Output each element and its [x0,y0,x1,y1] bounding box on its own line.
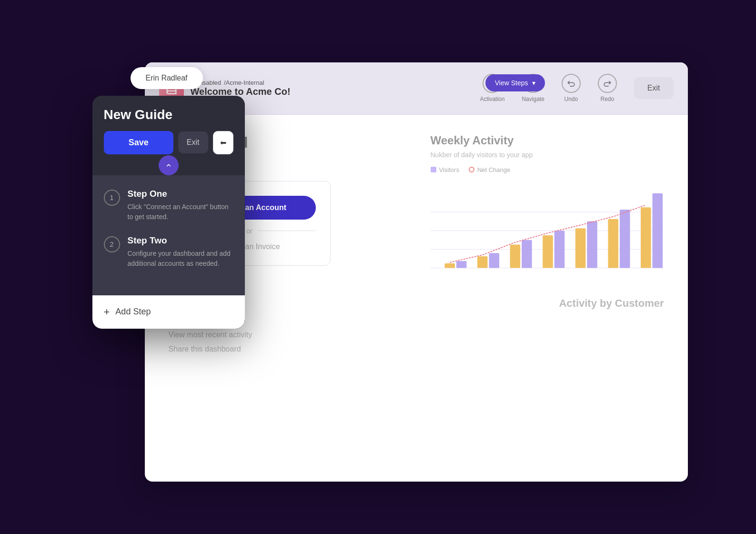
undo-icon [562,74,581,93]
chevron-up-button[interactable] [159,155,179,175]
exit-button[interactable]: Exit [634,77,674,99]
step-2-desc: Configure your dashboard and add additio… [128,249,233,269]
svg-rect-19 [554,231,564,268]
guide-collapse-button[interactable]: ⬅ [213,131,233,154]
legend-visitors-icon [431,167,436,172]
guide-buttons: Save Exit ⬅ [104,131,233,154]
guide-header: New Guide Save Exit ⬅ [92,96,245,162]
svg-rect-15 [641,207,651,268]
action-link-4[interactable]: Share this dashboard [169,345,402,353]
action-link-3[interactable]: View most recent activity [169,331,402,339]
add-step-label: Add Step [115,307,151,317]
toolbar-title-block: Disabled /Acme-Internal Welcome to Acme … [191,79,291,97]
step-2: 2 Step Two Configure your dashboard and … [104,235,233,269]
svg-rect-17 [489,253,499,268]
chart-svg [431,183,664,288]
undo-label: Undo [564,96,578,102]
guide-title: New Guide [104,107,233,122]
guide-save-button[interactable]: Save [104,131,173,154]
svg-rect-16 [456,261,466,268]
path-text: /Acme-Internal [224,79,264,86]
step-2-title: Step Two [128,235,233,246]
svg-rect-20 [587,221,597,268]
activation-label: Activation [480,96,504,102]
redo-icon [598,74,617,93]
svg-rect-21 [619,210,630,268]
user-pill: Erin Radleaf [131,67,203,89]
view-steps-bar: View Steps ▾ [485,74,545,91]
view-steps-label: View Steps [495,79,528,87]
guide-exit-button[interactable]: Exit [178,131,208,153]
chevron-down-icon: ▾ [532,79,535,87]
step-1-content: Step One Click "Connect an Account" butt… [128,189,233,222]
svg-rect-13 [575,228,585,268]
undo-action[interactable]: Undo [562,74,581,102]
header-steps-separator [92,162,245,175]
legend-visitors-label: Visitors [439,166,459,173]
legend-net-change-label: Net Change [477,166,510,173]
weekly-activity-subtitle: Nukber of daily visitors to your app [431,151,664,159]
guide-panel: New Guide Save Exit ⬅ 1 Step One [92,96,245,329]
step-2-content: Step Two Configure your dashboard and ad… [128,235,233,269]
step-2-number: 2 [104,236,120,252]
step-1: 1 Step One Click "Connect an Account" bu… [104,189,233,222]
steps-area: 1 Step One Click "Connect an Account" bu… [92,175,245,295]
dash-right: Weekly Activity Nukber of daily visitors… [431,134,664,359]
svg-rect-12 [543,235,553,268]
activity-by-customer: Activity by Customer [431,297,664,310]
svg-rect-9 [444,263,455,268]
svg-rect-18 [522,240,532,268]
collapse-icon: ⬅ [220,138,226,147]
svg-rect-22 [652,193,663,268]
svg-rect-14 [608,219,618,268]
chart-legend: Visitors Net Change [431,166,664,173]
add-step-icon: + [104,306,110,318]
user-name: Erin Radleaf [146,74,188,82]
toolbar-status: Disabled /Acme-Internal [191,79,291,86]
legend-visitors: Visitors [431,166,459,173]
step-1-title: Step One [128,189,233,199]
add-step-area[interactable]: + Add Step [92,295,245,329]
svg-rect-10 [477,256,488,268]
legend-net-change-icon [469,167,474,172]
redo-action[interactable]: Redo [598,74,617,102]
navigate-label: Navigate [522,96,544,102]
weekly-activity-title: Weekly Activity [431,134,664,147]
view-steps-button[interactable]: View Steps ▾ [485,74,545,91]
svg-rect-11 [510,244,520,268]
or-text: or [246,227,252,235]
chart-area [431,183,664,288]
step-1-number: 1 [104,190,120,206]
step-1-desc: Click "Connect an Account" button to get… [128,202,233,222]
redo-label: Redo [600,96,614,102]
legend-net-change: Net Change [469,166,510,173]
